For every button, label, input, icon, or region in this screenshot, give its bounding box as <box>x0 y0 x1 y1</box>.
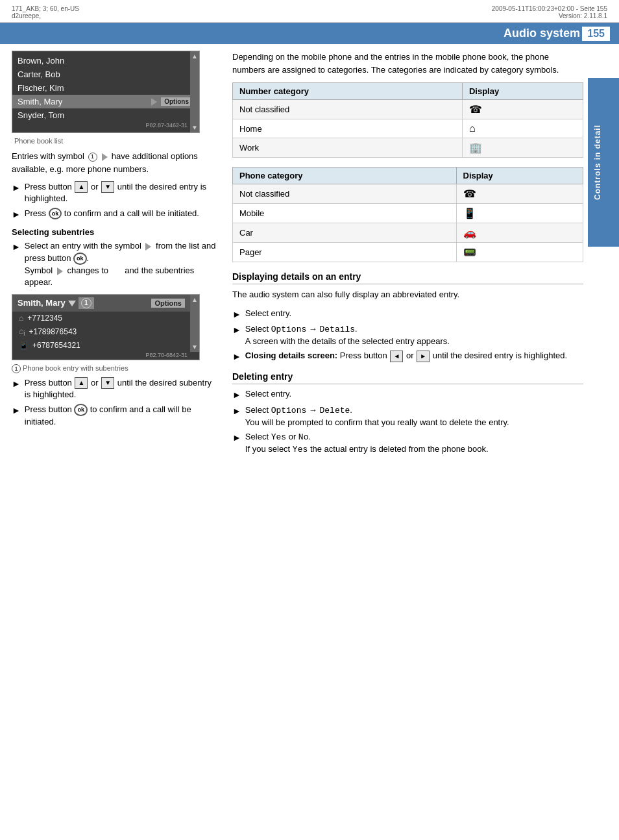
triangle-down-symbol-icon <box>113 265 121 277</box>
bullet-arrow-icon: ► <box>12 241 21 254</box>
car-symbol-icon: 🚗 <box>463 227 476 238</box>
circle-num-icon: 1 <box>88 153 97 162</box>
no-text: No <box>298 432 309 442</box>
list-item: Fischer, Kim <box>12 81 199 95</box>
circle-1-badge: 1 <box>79 297 94 309</box>
section-header-bar: Audio system 155 <box>0 23 619 44</box>
triangle-symbol-icon <box>102 151 108 164</box>
entries-with-symbol-text: Entries with symbol 1 have additional op… <box>12 150 219 176</box>
table-row: Car 🚗 <box>233 223 583 243</box>
home-mobile-icon: ⌂i <box>19 327 25 337</box>
bullet-item-2: ► Press ok to confirm and a call will be… <box>12 208 219 221</box>
table-row: Mobile 📱 <box>233 204 583 223</box>
deleting-title: Deleting entry <box>232 371 583 384</box>
scroll-up-icon[interactable]: ▲ <box>191 53 198 60</box>
bullet-arrow-icon: ► <box>232 324 241 337</box>
scrollbar[interactable]: ▲ ▼ <box>190 51 199 132</box>
bullet-list-1: ► Press button ▲ or ▼ until the desired … <box>12 181 219 221</box>
phone-symbol-icon: ☎ <box>469 104 482 115</box>
bullet-arrow-icon: ► <box>232 405 241 418</box>
down-symbol-icon <box>68 298 76 308</box>
right-button-icon: ► <box>417 351 430 362</box>
list-item: Snyder, Tom <box>12 108 199 122</box>
subentry-list-box: Smith, Mary 1 Options ⌂ +7712345 ⌂i <box>12 294 200 360</box>
image-caption: P82.87-3462-31 <box>12 122 199 130</box>
phone-list-box: Brown, John Carter, Bob Fischer, Kim Smi… <box>12 51 200 133</box>
displaying-text: The audio system can also fully display … <box>232 288 583 301</box>
bullet-arrow-icon: ► <box>232 308 241 321</box>
bullet-arrow-icon: ► <box>232 351 241 364</box>
mobile-icon: 📱 <box>19 341 29 350</box>
phone-category-table: Phone category Display Not classified ☎ … <box>232 167 583 262</box>
page-header: 171_AKB; 3; 60, en-US d2ureepe, 2009-05-… <box>0 0 619 23</box>
bullet-list-2: ► Press button ▲ or ▼ until the desired … <box>12 377 219 428</box>
subentry-with-scroll: Smith, Mary 1 Options ⌂ +7712345 ⌂i <box>12 295 199 352</box>
smith-row: Smith, Mary Options <box>12 95 199 108</box>
yes2-text: Yes <box>293 445 308 454</box>
subentry-scrollbar[interactable]: ▲ ▼ <box>190 295 199 352</box>
mobile-symbol-icon: 📱 <box>463 208 476 219</box>
deleting-bullet-3: ► Select Yes or No. If you select Yes th… <box>232 431 583 456</box>
details-text: Details <box>319 325 355 334</box>
home-icon: ⌂ <box>19 314 23 323</box>
options-btn[interactable]: Options <box>151 299 185 308</box>
bullet-arrow-icon: ► <box>12 404 21 417</box>
home-symbol-icon: ⌂ <box>469 123 476 134</box>
list-item: Carter, Bob <box>12 68 199 81</box>
scroll-down-icon[interactable]: ▼ <box>191 343 198 351</box>
header-right-line1: 2009-05-11T16:00:23+02:00 - Seite 155 <box>492 5 607 12</box>
work-symbol-icon: 🏢 <box>469 142 482 153</box>
scroll-up-icon[interactable]: ▲ <box>191 296 198 303</box>
number-category-table: Number category Display Not classified ☎… <box>232 82 583 158</box>
deleting-bullet-1: ► Select entry. <box>232 388 583 402</box>
triangle-right-symbol-icon <box>145 241 151 253</box>
displaying-bullet-2: ► Select Options → Details. A screen wit… <box>232 323 583 347</box>
bullet-item-1: ► Press button ▲ or ▼ until the desired … <box>12 181 219 205</box>
phone-list-caption: Phone book list <box>14 137 219 145</box>
closing-bullet: ► Closing details screen: Press button ◄… <box>232 350 583 364</box>
ok-button-icon: ok <box>73 253 87 265</box>
options-text: Options <box>271 325 307 334</box>
scroll-down-icon[interactable]: ▼ <box>191 124 198 131</box>
up-button2-icon: ▲ <box>75 377 88 389</box>
triangle-right-icon <box>151 97 157 105</box>
displaying-bullet-list: ► Select entry. ► Select Options → Detai… <box>232 308 583 364</box>
left-column: Brown, John Carter, Bob Fischer, Kim Smi… <box>12 51 219 461</box>
bullet-arrow-icon: ► <box>12 378 21 391</box>
table-row: Work 🏢 <box>233 138 583 158</box>
phone-display-header: Display <box>456 167 583 184</box>
left-button-icon: ◄ <box>390 351 403 362</box>
triangle-right-symbol2-icon <box>57 265 63 277</box>
ok-button2-icon: ok <box>74 404 88 416</box>
bullet-arrow-icon: ► <box>232 389 241 402</box>
select-bullet-1: ► Select an entry with the symbol from t… <box>12 240 219 288</box>
options2-text: Options <box>271 406 307 415</box>
subentry-content: Smith, Mary 1 Options ⌂ +7712345 ⌂i <box>12 295 190 352</box>
deleting-bullet-2: ► Select Options → Delete. You will be p… <box>232 404 583 428</box>
phone-list-items: Brown, John Carter, Bob Fischer, Kim Smi… <box>12 54 199 122</box>
table-row: Not classified ☎ <box>233 100 583 119</box>
page-number: 155 <box>582 27 610 41</box>
yes-text: Yes <box>271 432 286 442</box>
displaying-title: Displaying details on an entry <box>232 271 583 284</box>
delete-text: Delete <box>319 406 350 415</box>
subentry-item: ⌂i +1789876543 <box>12 325 190 339</box>
selecting-subentries-title: Selecting subentries <box>12 227 219 237</box>
deleting-bullet-list: ► Select entry. ► Select Options → Delet… <box>232 388 583 456</box>
bullet-arrow-icon: ► <box>12 208 21 221</box>
down-button2-icon: ▼ <box>101 377 114 389</box>
ok-button-icon: ok <box>49 208 62 220</box>
subentry-header: Smith, Mary 1 Options <box>12 295 190 312</box>
phone2-symbol-icon: ☎ <box>463 188 476 199</box>
subentry-caption: Phone book entry with subentries <box>23 364 128 372</box>
displaying-bullet-1: ► Select entry. <box>232 308 583 321</box>
bullet-arrow-icon: ► <box>12 182 21 195</box>
section-title: Audio system <box>504 27 580 40</box>
header-left-line1: 171_AKB; 3; 60, en-US <box>12 5 79 12</box>
subentry-image-caption: P82.70-6842-31 <box>12 352 199 360</box>
bullet-arrow-icon: ► <box>232 432 241 445</box>
subentry-item: 📱 +6787654321 <box>12 339 190 352</box>
subentry-item: ⌂ +7712345 <box>12 312 190 325</box>
phone-category-header: Phone category <box>233 167 457 184</box>
up-button-icon: ▲ <box>75 181 88 193</box>
